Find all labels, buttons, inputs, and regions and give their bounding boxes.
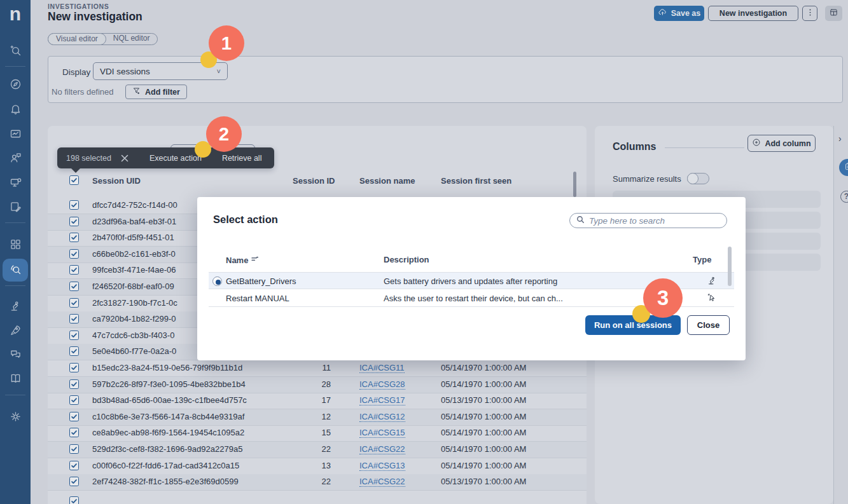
annotation-badge-1: 1 [209, 25, 244, 61]
annotation-badge-2: 2 [206, 116, 242, 152]
annotation-badge-3: 3 [643, 278, 683, 318]
modal-scrollbar[interactable] [728, 247, 732, 286]
modal-title: Select action [213, 214, 278, 226]
action-col-type: Type [693, 255, 711, 264]
action-col-description: Description [384, 255, 429, 264]
search-icon [576, 215, 585, 226]
action-name: Restart MANUAL [226, 294, 289, 303]
app-root: { "app": { "logo": "n" }, "sidebar": { "… [0, 0, 848, 504]
robot-arm-icon [707, 275, 718, 287]
action-name: GetBattery_Drivers [226, 276, 296, 286]
action-description: Gets battery drivers and updates after r… [384, 276, 557, 286]
action-search-input[interactable] [589, 216, 720, 226]
sort-icon [251, 255, 258, 264]
manual-trigger-icon [707, 292, 718, 304]
action-search [569, 213, 727, 228]
action-col-name[interactable]: Name [226, 255, 258, 265]
action-description: Asks the user to restart their device, b… [384, 294, 563, 303]
close-button[interactable]: Close [687, 315, 730, 335]
action-radio[interactable] [212, 276, 222, 286]
action-col-name-label: Name [226, 255, 248, 265]
